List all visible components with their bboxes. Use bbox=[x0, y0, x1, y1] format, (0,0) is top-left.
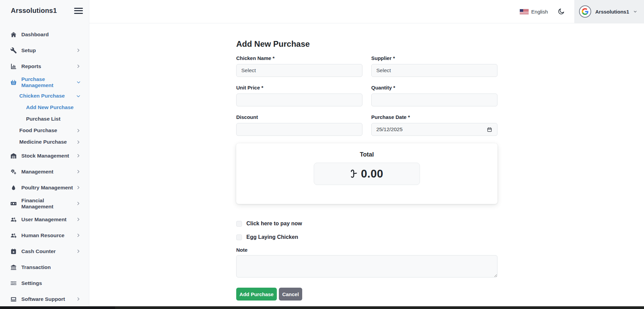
sidebar-item-transaction[interactable]: Transaction bbox=[0, 259, 89, 275]
sidebar-item-label: Medicine Purchase bbox=[19, 139, 67, 145]
select-placeholder: Select bbox=[376, 67, 391, 74]
sidebar-item-settings[interactable]: Settings bbox=[0, 275, 89, 291]
cancel-button[interactable]: Cancel bbox=[279, 288, 302, 301]
sidebar-item-cash-counter[interactable]: Cash Counter bbox=[0, 243, 89, 259]
quantity-label: Quantity * bbox=[371, 85, 395, 91]
note-label: Note bbox=[236, 247, 247, 254]
sidebar-item-financial-management[interactable]: Financial Management bbox=[0, 195, 89, 211]
sidebar-item-label: Poultry Management bbox=[21, 185, 73, 191]
pay-now-checkbox-row[interactable]: Click here to pay now bbox=[236, 221, 302, 227]
sidebar-item-user-management[interactable]: User Management bbox=[0, 211, 89, 227]
sidebar-item-human-resource[interactable]: Human Resource bbox=[0, 227, 89, 243]
users-gear-icon bbox=[10, 216, 17, 223]
sidebar-item-label: Setup bbox=[21, 47, 36, 54]
egg-laying-checkbox[interactable] bbox=[236, 234, 242, 240]
brand-title: Arssolutions1 bbox=[11, 7, 57, 15]
egg-icon bbox=[10, 184, 17, 191]
chevron-right-icon bbox=[76, 185, 81, 190]
total-amount-box: 0.00 bbox=[314, 163, 420, 185]
sidebar-item-label: Purchase List bbox=[26, 116, 61, 122]
purchase-date-value: 25/12/2025 bbox=[376, 126, 403, 132]
sidebar-item-chicken-purchase[interactable]: Chicken Purchase bbox=[0, 90, 89, 102]
language-label: English bbox=[531, 9, 548, 15]
user-menu[interactable]: Arssolutions1 bbox=[574, 0, 644, 23]
sidebar: Arssolutions1 Dashboard Setup Reports Pu… bbox=[0, 0, 89, 306]
purchase-date-label: Purchase Date * bbox=[371, 114, 410, 121]
sidebar-item-label: Add New Purchase bbox=[26, 104, 73, 110]
sidebar-item-software-support[interactable]: Software Support bbox=[0, 291, 89, 307]
calendar-plus-icon bbox=[10, 248, 17, 255]
chevron-right-icon bbox=[76, 233, 81, 238]
chevron-right-icon bbox=[76, 217, 81, 222]
chevron-down-icon bbox=[76, 94, 81, 99]
chevron-right-icon bbox=[76, 169, 81, 174]
user-name: Arssolutions1 bbox=[595, 9, 629, 15]
total-label: Total bbox=[236, 143, 497, 158]
banknote-icon bbox=[10, 200, 17, 207]
chevron-down-icon bbox=[633, 9, 637, 14]
sidebar-item-label: Dashboard bbox=[21, 32, 49, 38]
sidebar-item-label: Settings bbox=[21, 280, 42, 286]
gears-icon bbox=[10, 168, 17, 175]
supplier-select[interactable]: Select bbox=[371, 64, 497, 77]
us-flag-icon bbox=[520, 9, 529, 14]
sidebar-item-label: Cash Counter bbox=[21, 248, 56, 254]
sliders-icon bbox=[10, 280, 17, 287]
total-amount: 0.00 bbox=[361, 167, 383, 180]
hamburger-menu-icon[interactable] bbox=[74, 7, 83, 14]
chevron-right-icon bbox=[76, 140, 81, 145]
sidebar-item-purchase-list[interactable]: Purchase List bbox=[0, 113, 89, 125]
unit-price-label: Unit Price * bbox=[236, 85, 263, 91]
calendar-icon[interactable] bbox=[487, 127, 492, 132]
home-icon bbox=[10, 31, 17, 38]
sidebar-item-label: Stock Management bbox=[21, 153, 69, 159]
bottom-bar bbox=[0, 306, 644, 309]
sidebar-item-dashboard[interactable]: Dashboard bbox=[0, 26, 89, 42]
unit-price-input[interactable] bbox=[236, 94, 362, 106]
sidebar-item-label: Software Support bbox=[21, 296, 65, 302]
chicken-name-select[interactable]: Select bbox=[236, 64, 362, 77]
select-placeholder: Select bbox=[241, 67, 256, 74]
sidebar-item-label: User Management bbox=[21, 217, 67, 223]
add-purchase-button[interactable]: Add Purchase bbox=[236, 288, 277, 301]
sidebar-item-setup[interactable]: Setup bbox=[0, 42, 89, 58]
chevron-right-icon bbox=[76, 201, 81, 206]
basket-icon bbox=[10, 79, 17, 86]
sidebar-item-label: Chicken Purchase bbox=[19, 93, 65, 99]
moon-icon[interactable] bbox=[557, 8, 565, 15]
bar-chart-icon bbox=[10, 63, 17, 70]
pay-now-checkbox[interactable] bbox=[236, 221, 242, 227]
total-card: Total 0.00 bbox=[236, 143, 497, 204]
sidebar-item-medicine-purchase[interactable]: Medicine Purchase bbox=[0, 136, 89, 148]
discount-input[interactable] bbox=[236, 123, 362, 136]
sidebar-item-poultry-management[interactable]: Poultry Management bbox=[0, 180, 89, 195]
sidebar-item-food-purchase[interactable]: Food Purchase bbox=[0, 125, 89, 136]
chevron-right-icon bbox=[76, 153, 81, 158]
sidebar-item-label: Reports bbox=[21, 63, 41, 69]
sidebar-item-reports[interactable]: Reports bbox=[0, 58, 89, 74]
sidebar-item-stock-management[interactable]: Stock Management bbox=[0, 148, 89, 164]
sidebar-item-purchase-management[interactable]: Purchase Management bbox=[0, 74, 89, 90]
sidebar-item-label: Financial Management bbox=[21, 198, 76, 210]
chevron-right-icon bbox=[76, 249, 81, 254]
quantity-input[interactable] bbox=[371, 94, 497, 106]
sidebar-item-management[interactable]: Management bbox=[0, 164, 89, 180]
taka-currency-icon bbox=[350, 169, 358, 179]
sidebar-item-label: Transaction bbox=[21, 264, 51, 270]
egg-laying-checkbox-row[interactable]: Egg Laying Chicken bbox=[236, 234, 298, 240]
sidebar-nav: Dashboard Setup Reports Purchase Managem… bbox=[0, 26, 89, 307]
sidebar-item-add-new-purchase[interactable]: Add New Purchase bbox=[0, 102, 89, 113]
sidebar-item-label: Management bbox=[21, 169, 53, 175]
sidebar-item-label: Food Purchase bbox=[19, 127, 57, 133]
google-g-icon bbox=[582, 8, 589, 15]
chevron-right-icon bbox=[76, 64, 81, 69]
purchase-date-input[interactable]: 25/12/2025 bbox=[371, 123, 497, 136]
laptop-icon bbox=[10, 296, 17, 303]
avatar bbox=[579, 5, 591, 18]
note-textarea[interactable] bbox=[236, 255, 497, 277]
page-title: Add New Purchase bbox=[236, 39, 310, 49]
language-selector[interactable]: English bbox=[520, 9, 548, 15]
egg-laying-label: Egg Laying Chicken bbox=[246, 234, 298, 240]
warehouse-icon bbox=[10, 152, 17, 159]
chevron-down-icon bbox=[76, 80, 81, 85]
